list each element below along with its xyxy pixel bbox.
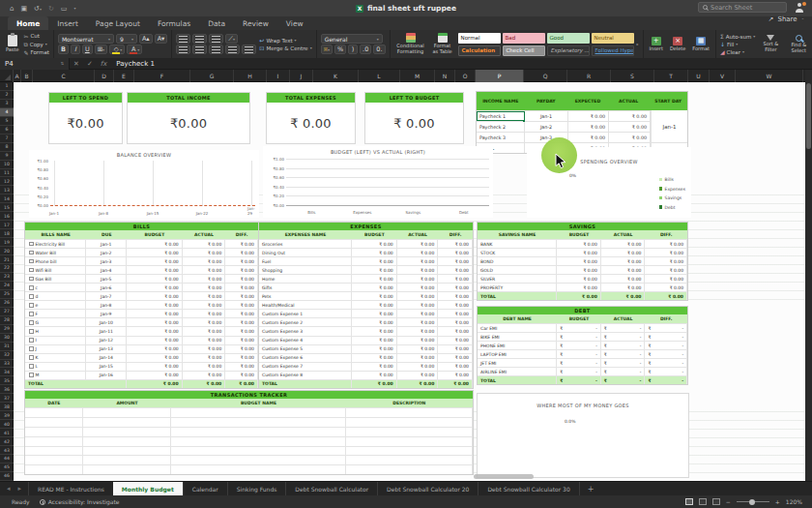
column-header-U[interactable]: U: [688, 70, 710, 82]
debt-table-cell-name[interactable]: Car EMI: [478, 324, 557, 332]
number-format-select[interactable]: General▾: [321, 34, 383, 44]
expenses-table-cell-name[interactable]: Custom Expense 8: [259, 372, 352, 379]
income-cell-expected[interactable]: ₹ 0.00: [568, 122, 609, 132]
debt-table-cell-money[interactable]: ₹-: [601, 368, 646, 375]
transactions-cell[interactable]: [25, 456, 83, 464]
bills-table-row[interactable]: GJan-10₹ 0.00₹ 0.00₹ 0.00: [25, 317, 258, 326]
column-header-G[interactable]: G: [190, 70, 234, 82]
row-header-45[interactable]: 45: [0, 463, 14, 472]
increase-decimal-button[interactable]: .0: [360, 45, 371, 54]
transactions-row[interactable]: [25, 464, 473, 474]
income-cell-expected[interactable]: ₹ 0.00: [568, 133, 609, 142]
align-bottom-button[interactable]: [209, 34, 223, 44]
row-header-32[interactable]: 32: [0, 351, 14, 360]
transactions-cell[interactable]: [25, 408, 83, 417]
bills-table-cell-money[interactable]: ₹ 0.00: [225, 275, 258, 283]
expenses-table-cell-money[interactable]: ₹ 0.00: [397, 363, 439, 371]
savings-table-cell-money[interactable]: ₹ 0.00: [645, 266, 687, 274]
expenses-table-cell-money[interactable]: ₹ 0.00: [352, 249, 397, 256]
font-name-select[interactable]: Montserrat▾: [58, 34, 114, 44]
income-cell-expected[interactable]: ₹ 0.00: [568, 111, 609, 121]
expenses-table-cell-money[interactable]: ₹ 0.00: [397, 257, 439, 265]
bills-table-cell-name[interactable]: e: [25, 301, 86, 309]
cell-style-check-cell[interactable]: Check Cell: [503, 45, 545, 56]
bills-table-cell-due[interactable]: Jan-14: [86, 354, 127, 362]
row-header-23[interactable]: 23: [0, 273, 14, 282]
expenses-table-cell-money[interactable]: ₹ 0.00: [397, 337, 439, 344]
debt-table-row[interactable]: PHONE EMI₹-₹-₹-: [478, 341, 687, 349]
expenses-table-cell-money[interactable]: ₹ 0.00: [438, 257, 473, 265]
search-input[interactable]: Search Sheet: [698, 2, 787, 13]
row-header-24[interactable]: 24: [0, 282, 14, 290]
transactions-row[interactable]: [25, 407, 473, 417]
debt-table-cell-money[interactable]: ₹-: [645, 350, 687, 358]
savings-table-total-row[interactable]: TOTAL₹ 0.00₹ 0.00₹ 0.00: [478, 291, 687, 300]
expenses-table-cell-money[interactable]: ₹ 0.00: [397, 275, 439, 283]
savings-table-cell-money[interactable]: ₹ 0.00: [557, 266, 601, 274]
bills-table-cell-money[interactable]: ₹ 0.00: [127, 372, 183, 379]
column-header-B[interactable]: B: [21, 70, 33, 82]
bills-table-cell-money[interactable]: ₹ 0.00: [183, 249, 226, 256]
save-icon[interactable]: ▣: [20, 5, 27, 13]
expenses-table-cell-money[interactable]: ₹ 0.00: [352, 266, 397, 274]
increase-indent-button[interactable]: [242, 45, 256, 54]
savings-table-row[interactable]: GOLD₹ 0.00₹ 0.00₹ 0.00: [478, 265, 687, 274]
row-header-43[interactable]: 43: [0, 446, 14, 455]
column-header-O[interactable]: O: [455, 70, 476, 82]
expenses-table-cell-money[interactable]: ₹ 0.00: [438, 310, 473, 317]
debt-table-row[interactable]: AIRLINE EMI₹-₹-₹-: [478, 367, 687, 375]
debt-table-cell-money[interactable]: ₹-: [557, 324, 601, 332]
expenses-table-cell-money[interactable]: ₹ 0.00: [438, 363, 473, 371]
savings-table[interactable]: SAVINGSSAVINGS NAMEBUDGETACTUALDIFF.BANK…: [477, 222, 688, 301]
bills-table-cell-due[interactable]: Jan-3: [86, 257, 127, 265]
expenses-table-cell-money[interactable]: ₹ 0.00: [397, 249, 439, 256]
column-header-D[interactable]: D: [95, 70, 114, 82]
expenses-table-cell-name[interactable]: Custom Expense 1: [259, 310, 352, 317]
expenses-table-total-row[interactable]: TOTAL₹ 0.00₹ 0.00₹ 0.00: [259, 379, 473, 388]
transactions-cell[interactable]: [171, 418, 345, 427]
debt-table-cell-money[interactable]: ₹-: [601, 350, 646, 358]
bill-checkbox[interactable]: [29, 259, 34, 264]
cell-style-explanatory[interactable]: Explanatory ...: [547, 45, 590, 56]
expenses-table-cell-name[interactable]: Groceries: [259, 240, 352, 248]
bill-checkbox[interactable]: [29, 329, 34, 334]
debt-table-total-row[interactable]: TOTAL₹-₹-₹-: [478, 375, 687, 384]
vertical-scrollbar[interactable]: [805, 70, 812, 481]
row-header-9[interactable]: 9: [0, 152, 14, 161]
bills-table-cell-due[interactable]: Jan-10: [86, 318, 127, 326]
bills-table-cell-due[interactable]: Jan-16: [86, 372, 127, 379]
ribbon-tab-review[interactable]: Review: [234, 16, 277, 30]
redo-icon[interactable]: ↻: [48, 5, 54, 13]
bills-table-cell-money[interactable]: ₹ 0.00: [225, 310, 258, 317]
italic-button[interactable]: I: [71, 45, 80, 54]
expenses-table-cell-name[interactable]: Gifts: [259, 284, 352, 291]
column-header-Q[interactable]: Q: [524, 70, 567, 82]
ribbon-tab-insert[interactable]: Insert: [48, 16, 87, 30]
prev-sheet-icon[interactable]: ◂: [7, 485, 11, 493]
bills-table-row[interactable]: Gas BillJan-5₹ 0.00₹ 0.00₹ 0.00: [25, 274, 258, 283]
column-header-W[interactable]: W: [736, 70, 803, 82]
row-header-7[interactable]: 7: [0, 134, 14, 143]
cell-style-normal[interactable]: Normal: [458, 33, 501, 44]
expenses-table-cell-money[interactable]: ₹ 0.00: [438, 354, 473, 362]
expenses-table-cell-money[interactable]: ₹ 0.00: [352, 345, 397, 353]
bills-table-cell-money[interactable]: ₹ 0.00: [127, 249, 183, 256]
bills-table-row[interactable]: JJan-13₹ 0.00₹ 0.00₹ 0.00: [25, 344, 258, 353]
shrink-font-button[interactable]: A▾: [155, 34, 168, 44]
savings-table-row[interactable]: SILVER₹ 0.00₹ 0.00₹ 0.00: [478, 274, 687, 283]
expenses-table-cell-name[interactable]: Fuel: [259, 257, 352, 265]
sheet-tab-debt-snowball-calculator[interactable]: Debt Snowball Calculator: [285, 482, 377, 495]
row-header-46[interactable]: 46: [0, 472, 14, 481]
home-icon[interactable]: ⌂: [10, 5, 14, 13]
bills-table-total-row[interactable]: TOTAL₹ 0.00₹ 0.00₹ 0.00: [25, 379, 258, 388]
row-header-33[interactable]: 33: [0, 360, 14, 369]
row-header-31[interactable]: 31: [0, 343, 14, 351]
expenses-table-cell-money[interactable]: ₹ 0.00: [438, 240, 473, 248]
row-header-26[interactable]: 26: [0, 299, 14, 308]
bills-table[interactable]: BILLSBILLS NAMEDUEBUDGETACTUALDIFF.Elect…: [24, 222, 259, 389]
savings-table-cell-money[interactable]: ₹ 0.00: [645, 275, 687, 283]
bills-table-cell-name[interactable]: I: [25, 337, 86, 344]
ribbon-tab-data[interactable]: Data: [199, 16, 234, 30]
bills-table-cell-money[interactable]: ₹ 0.00: [183, 345, 226, 353]
expenses-table-cell-money[interactable]: ₹ 0.00: [352, 363, 397, 371]
